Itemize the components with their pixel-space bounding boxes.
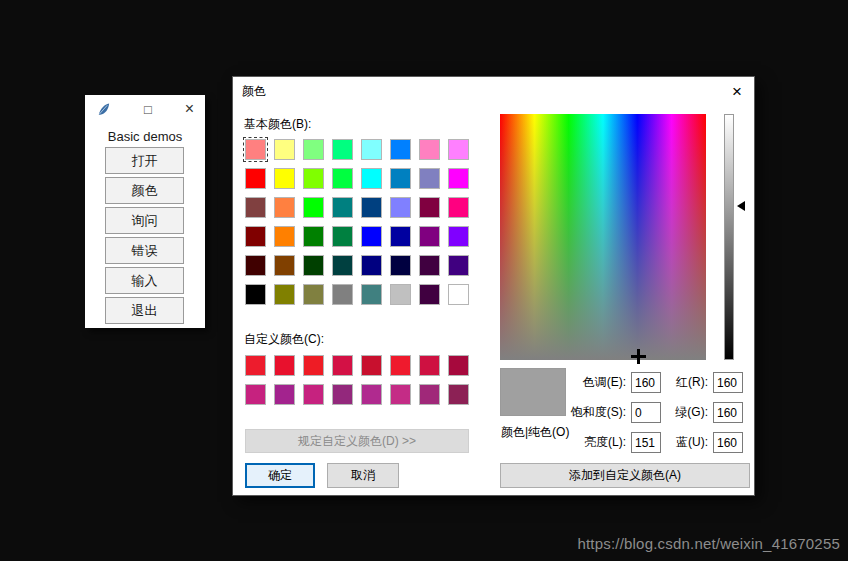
color-swatch[interactable] xyxy=(361,284,382,305)
cancel-button[interactable]: 取消 xyxy=(327,463,399,488)
color-swatch[interactable] xyxy=(448,168,469,189)
color-swatch[interactable] xyxy=(245,168,266,189)
hue-label: 色调(E): xyxy=(551,374,629,391)
color-swatch[interactable] xyxy=(332,255,353,276)
minimize-icon[interactable]: □ xyxy=(144,103,152,116)
color-swatch[interactable] xyxy=(274,384,295,405)
red-input[interactable] xyxy=(713,372,743,393)
color-swatch[interactable] xyxy=(361,139,382,160)
color-swatch[interactable] xyxy=(361,355,382,376)
close-icon[interactable]: × xyxy=(185,101,194,117)
color-swatch[interactable] xyxy=(332,168,353,189)
color-swatch[interactable] xyxy=(303,384,324,405)
blue-input[interactable] xyxy=(713,432,743,453)
green-label: 绿(G): xyxy=(663,404,711,421)
color-swatch[interactable] xyxy=(274,139,295,160)
color-swatch[interactable] xyxy=(303,197,324,218)
color-swatch[interactable] xyxy=(245,384,266,405)
color-swatch[interactable] xyxy=(274,284,295,305)
color-swatch[interactable] xyxy=(303,139,324,160)
watermark-url: https://blog.csdn.net/weixin_41670255 xyxy=(577,535,840,552)
demo-button-open[interactable]: 打开 xyxy=(105,147,184,174)
color-swatch[interactable] xyxy=(448,284,469,305)
green-input[interactable] xyxy=(713,402,743,423)
luminance-label: 亮度(L): xyxy=(551,434,629,451)
saturation-input[interactable] xyxy=(631,402,661,423)
color-swatch[interactable] xyxy=(419,197,440,218)
color-swatch[interactable] xyxy=(390,284,411,305)
color-swatch[interactable] xyxy=(274,197,295,218)
color-swatch[interactable] xyxy=(390,197,411,218)
hue-input[interactable] xyxy=(631,372,661,393)
color-swatch[interactable] xyxy=(448,355,469,376)
color-swatch[interactable] xyxy=(419,355,440,376)
color-swatch[interactable] xyxy=(361,226,382,247)
color-swatch[interactable] xyxy=(419,226,440,247)
color-swatch[interactable] xyxy=(245,197,266,218)
color-swatch[interactable] xyxy=(245,355,266,376)
color-dialog-titlebar[interactable]: 颜色 × xyxy=(233,77,754,105)
define-custom-colors-button: 规定自定义颜色(D) >> xyxy=(245,429,469,453)
color-swatch[interactable] xyxy=(390,384,411,405)
ok-button[interactable]: 确定 xyxy=(245,463,315,488)
tk-feather-icon xyxy=(96,102,111,117)
color-swatch[interactable] xyxy=(361,197,382,218)
color-swatch[interactable] xyxy=(245,139,266,160)
color-swatch[interactable] xyxy=(332,139,353,160)
demo-button-input[interactable]: 输入 xyxy=(105,267,184,294)
color-swatch[interactable] xyxy=(332,284,353,305)
color-swatch[interactable] xyxy=(274,168,295,189)
dialog-close-icon[interactable]: × xyxy=(732,83,742,100)
color-swatch[interactable] xyxy=(245,284,266,305)
color-swatch[interactable] xyxy=(390,255,411,276)
color-swatch[interactable] xyxy=(361,255,382,276)
add-to-custom-colors-button[interactable]: 添加到自定义颜色(A) xyxy=(500,463,750,488)
color-swatch[interactable] xyxy=(390,355,411,376)
demo-button-error[interactable]: 错误 xyxy=(105,237,184,264)
color-swatch[interactable] xyxy=(303,168,324,189)
demo-header: Basic demos xyxy=(85,129,205,144)
color-swatch[interactable] xyxy=(303,284,324,305)
demo-button-exit[interactable]: 退出 xyxy=(105,297,184,324)
color-swatch[interactable] xyxy=(419,384,440,405)
hue-saturation-field[interactable] xyxy=(500,114,706,360)
luminance-input[interactable] xyxy=(631,432,661,453)
color-swatch[interactable] xyxy=(448,226,469,247)
demo-button-ask[interactable]: 询问 xyxy=(105,207,184,234)
color-crosshair-marker[interactable] xyxy=(631,349,646,364)
color-fields: 色调(E):红(R):饱和度(S):绿(G):亮度(L):蓝(U): xyxy=(551,372,743,453)
color-swatch[interactable] xyxy=(361,384,382,405)
color-swatch[interactable] xyxy=(245,255,266,276)
color-swatch[interactable] xyxy=(448,255,469,276)
color-swatch[interactable] xyxy=(390,226,411,247)
color-swatch[interactable] xyxy=(419,284,440,305)
color-swatch[interactable] xyxy=(390,139,411,160)
color-swatch[interactable] xyxy=(245,226,266,247)
color-swatch[interactable] xyxy=(448,197,469,218)
demo-buttons: 打开颜色询问错误输入退出 xyxy=(105,147,184,327)
color-swatch[interactable] xyxy=(303,255,324,276)
red-label: 红(R): xyxy=(663,374,711,391)
color-swatch[interactable] xyxy=(274,255,295,276)
color-swatch[interactable] xyxy=(390,168,411,189)
color-swatch[interactable] xyxy=(448,139,469,160)
color-swatch[interactable] xyxy=(332,197,353,218)
color-swatch[interactable] xyxy=(332,384,353,405)
color-swatch[interactable] xyxy=(419,255,440,276)
demo-window: □ × Basic demos 打开颜色询问错误输入退出 xyxy=(85,95,205,328)
color-swatch[interactable] xyxy=(303,355,324,376)
color-swatch[interactable] xyxy=(332,226,353,247)
color-swatch[interactable] xyxy=(448,384,469,405)
demo-window-titlebar[interactable]: □ × xyxy=(85,95,205,123)
color-swatch[interactable] xyxy=(303,226,324,247)
color-swatch[interactable] xyxy=(361,168,382,189)
desktop: □ × Basic demos 打开颜色询问错误输入退出 颜色 × 基本颜色(B… xyxy=(0,0,848,561)
demo-button-color[interactable]: 颜色 xyxy=(105,177,184,204)
color-swatch[interactable] xyxy=(419,168,440,189)
color-swatch[interactable] xyxy=(274,355,295,376)
luminance-slider-arrow[interactable] xyxy=(737,201,745,211)
luminance-slider[interactable] xyxy=(724,114,734,360)
color-swatch[interactable] xyxy=(274,226,295,247)
color-swatch[interactable] xyxy=(332,355,353,376)
color-swatch[interactable] xyxy=(419,139,440,160)
